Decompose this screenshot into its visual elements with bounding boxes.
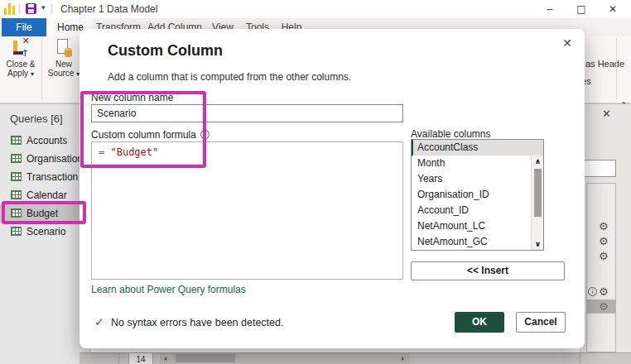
available-column-month[interactable]: Month xyxy=(412,156,543,171)
available-column-years[interactable]: Years xyxy=(412,171,543,187)
new-source-label: New xyxy=(45,60,83,69)
dialog-title: Custom Column xyxy=(108,42,223,60)
custom-column-dialog: ✕ Custom Column Add a column that is com… xyxy=(79,29,585,348)
window-title: Chapter 1 Data Model xyxy=(60,3,157,15)
formula-line: = "Budget" xyxy=(99,146,158,158)
step-gear-icon[interactable]: ⚙ xyxy=(599,286,609,297)
tab-file[interactable]: File xyxy=(2,18,46,36)
quick-access-caret-icon[interactable]: ▾ xyxy=(41,3,46,12)
table-icon xyxy=(11,190,22,199)
dialog-subtitle: Add a column that is computed from the o… xyxy=(108,71,351,83)
step-info-icon[interactable]: i xyxy=(588,287,597,296)
save-icon[interactable] xyxy=(26,3,36,14)
new-column-name-input[interactable] xyxy=(91,104,403,122)
titlebar-divider: | xyxy=(51,2,53,14)
available-column-organisation-id[interactable]: Organisation_ID xyxy=(412,187,543,203)
ribbon-group-divider xyxy=(41,39,42,99)
scroll-up-icon[interactable]: ∧ xyxy=(532,157,544,165)
power-query-editor-window: | ▾ | Chapter 1 Data Model – □ ✕ File Ho… xyxy=(0,0,631,364)
available-columns-list: AccountClass Month Years Organisation_ID… xyxy=(411,139,544,251)
step-gear-icon[interactable]: ⚙ xyxy=(599,236,609,247)
available-column-netamount-gc[interactable]: NetAmount_GC xyxy=(412,234,543,250)
available-column-accountclass[interactable]: AccountClass xyxy=(412,140,543,156)
close-and-apply-label2: Apply xyxy=(7,69,28,78)
title-bar: | ▾ | Chapter 1 Data Model – □ ✕ xyxy=(0,0,631,18)
query-item-budget[interactable]: Budget xyxy=(0,204,91,223)
step-gear-icon[interactable]: ⚙ xyxy=(599,221,609,232)
queries-pane-header: Queries [6] xyxy=(10,113,63,125)
table-icon xyxy=(11,136,22,145)
grid-cell-border xyxy=(118,353,119,364)
close-and-apply-icon: ✕↑ xyxy=(12,39,30,57)
formula-equals: = xyxy=(99,146,104,158)
formula-string-value: "Budget" xyxy=(110,146,158,158)
step-gear-icon[interactable]: ⚙ xyxy=(599,301,609,312)
list-scrollbar[interactable]: ∧ ∨ xyxy=(531,156,543,250)
table-icon xyxy=(11,208,22,218)
table-icon xyxy=(11,154,22,163)
learn-link[interactable]: Learn about Power Query formulas xyxy=(91,284,246,295)
query-item-scenario[interactable]: Scenario xyxy=(0,223,91,241)
grid-cell-border xyxy=(580,353,580,364)
query-item-organisation[interactable]: Organisation xyxy=(0,150,91,168)
available-columns-label: Available columns xyxy=(411,128,491,140)
query-item-accounts[interactable]: Accounts xyxy=(0,132,91,150)
syntax-status-message: No syntax errors have been detected. xyxy=(111,317,283,328)
formula-editor[interactable]: = "Budget" xyxy=(91,141,403,280)
query-item-calendar[interactable]: Calendar xyxy=(0,186,91,204)
caret-down-icon: ▾ xyxy=(31,70,34,78)
ribbon-group-divider xyxy=(616,39,617,99)
available-column-netamount-lc[interactable]: NetAmount_LC xyxy=(412,218,543,234)
close-and-apply-button[interactable]: ✕↑ Close & Apply ▾ xyxy=(2,39,40,79)
scroll-left-icon[interactable]: ‹ xyxy=(164,353,167,364)
query-item-transaction[interactable]: Transaction xyxy=(0,168,91,186)
queries-pane: Queries [6] Accounts Organisation Transa… xyxy=(0,103,91,364)
available-column-account-id[interactable]: Account_ID xyxy=(412,203,543,218)
minimize-button[interactable]: – xyxy=(537,0,563,18)
horizontal-scrollbar-thumb[interactable] xyxy=(176,354,235,362)
scroll-right-icon[interactable]: › xyxy=(401,353,404,364)
applied-steps-list xyxy=(586,183,616,352)
scroll-down-icon[interactable]: ∨ xyxy=(532,240,544,248)
dialog-close-icon[interactable]: ✕ xyxy=(558,34,576,52)
close-pane-icon[interactable]: ✕ xyxy=(602,108,611,120)
new-source-button[interactable]: New Source ▾ xyxy=(45,39,83,79)
formula-info-icon[interactable]: i xyxy=(200,130,210,139)
power-bi-logo-icon xyxy=(4,3,16,15)
new-column-name-label: New column name xyxy=(91,92,173,103)
new-source-label2: Source xyxy=(48,69,75,78)
titlebar-divider: | xyxy=(18,2,21,14)
insert-button[interactable]: << Insert xyxy=(411,261,565,280)
list-scrollbar-thumb[interactable] xyxy=(534,169,542,217)
close-and-apply-label: Close & xyxy=(2,60,40,69)
check-icon: ✓ xyxy=(94,315,104,328)
cancel-button[interactable]: Cancel xyxy=(516,312,566,333)
ok-button[interactable]: OK xyxy=(455,312,504,333)
formula-label: Custom column formula xyxy=(91,129,196,141)
new-source-icon xyxy=(55,39,73,57)
table-icon xyxy=(11,227,22,236)
step-gear-icon[interactable]: ⚙ xyxy=(599,251,609,261)
close-window-button[interactable]: ✕ xyxy=(600,0,626,18)
grid-row-number: 14 xyxy=(128,353,153,364)
maximize-button[interactable]: □ xyxy=(568,0,595,18)
table-icon xyxy=(11,172,22,181)
